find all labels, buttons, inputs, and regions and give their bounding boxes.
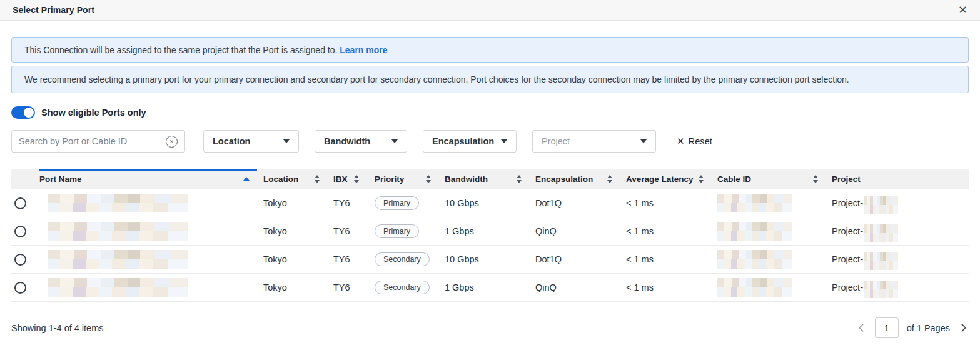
bandwidth-filter-label: Bandwidth: [324, 136, 370, 146]
encapsulation-filter-label: Encapsulation: [432, 136, 494, 146]
project-filter-dropdown[interactable]: Project: [532, 130, 656, 152]
column-header-priority[interactable]: Priority: [375, 169, 445, 189]
location-filter-label: Location: [213, 136, 250, 146]
sort-icon[interactable]: [607, 175, 612, 183]
reset-label: Reset: [689, 136, 712, 146]
page-title: Select Primary Port: [13, 5, 94, 15]
project-prefix: Project-: [832, 198, 863, 208]
cell-ibx: TY6: [333, 226, 375, 236]
clear-search-icon[interactable]: ×: [166, 136, 178, 148]
reset-filters-button[interactable]: ✕ Reset: [677, 136, 712, 147]
search-input[interactable]: [19, 136, 166, 146]
sort-icon[interactable]: [813, 175, 818, 183]
redacted-cable-id: [717, 222, 792, 241]
column-header-average-latency[interactable]: Average Latency: [626, 169, 717, 189]
column-header-location[interactable]: Location: [263, 169, 333, 189]
bandwidth-filter-dropdown[interactable]: Bandwidth: [315, 130, 407, 152]
cell-average-latency: < 1 ms: [626, 198, 717, 208]
redacted-port-name: [48, 250, 188, 269]
cell-bandwidth: 10 Gbps: [445, 254, 535, 264]
filter-divider: [194, 130, 194, 152]
project-prefix: Project-: [832, 282, 863, 292]
header-radio-spacer: [11, 169, 39, 189]
cell-bandwidth: 1 Gbps: [445, 226, 535, 236]
toggle-knob: [24, 108, 34, 118]
row-radio-button[interactable]: [14, 282, 26, 294]
close-icon[interactable]: ✕: [958, 4, 967, 16]
cell-project: Project-: [832, 251, 969, 268]
project-note-banner: This Connection will be assigned to the …: [11, 38, 969, 62]
sort-icon[interactable]: [354, 175, 359, 183]
search-box: ×: [11, 130, 185, 152]
sort-icon[interactable]: [699, 175, 704, 183]
cell-encapsulation: Dot1Q: [535, 198, 626, 208]
sort-icon[interactable]: [426, 175, 431, 183]
column-header-project: Project: [832, 169, 969, 189]
cell-bandwidth: 1 Gbps: [445, 282, 535, 292]
sort-icon[interactable]: [517, 175, 522, 183]
priority-badge: Primary: [375, 224, 419, 238]
cell-ibx: TY6: [333, 198, 375, 208]
learn-more-link[interactable]: Learn more: [340, 45, 387, 55]
dialog-header: Select Primary Port ✕: [0, 0, 980, 21]
chevron-down-icon: [501, 139, 507, 143]
sort-ascending-icon[interactable]: [243, 177, 250, 181]
column-header-bandwidth[interactable]: Bandwidth: [445, 169, 535, 189]
priority-badge: Secondary: [375, 252, 430, 266]
row-radio-button[interactable]: [14, 198, 26, 209]
encapsulation-filter-dropdown[interactable]: Encapsulation: [423, 130, 517, 152]
project-note-text: This Connection will be assigned to the …: [24, 45, 337, 55]
chevron-right-icon[interactable]: [958, 322, 969, 333]
cell-location: Tokyo: [263, 254, 333, 264]
table-row: Tokyo TY6 Primary 10 Gbps Dot1Q < 1 ms P…: [11, 189, 969, 218]
column-header-ibx[interactable]: IBX: [333, 169, 375, 189]
cell-project: Project-: [832, 222, 969, 240]
showing-count: Showing 1-4 of 4 items: [11, 323, 104, 333]
page-number-input[interactable]: [875, 318, 899, 338]
priority-badge: Primary: [375, 196, 419, 210]
location-filter-dropdown[interactable]: Location: [203, 130, 299, 152]
cell-average-latency: < 1 ms: [626, 254, 717, 264]
cell-project: Project-: [832, 194, 969, 212]
cell-ibx: TY6: [333, 254, 375, 264]
sort-icon[interactable]: [315, 175, 320, 183]
row-radio-button[interactable]: [14, 254, 26, 266]
eligible-ports-toggle[interactable]: [11, 106, 35, 119]
redacted-project-id: [864, 224, 898, 242]
toggle-label: Show eligible Ports only: [41, 108, 146, 118]
project-prefix: Project-: [832, 226, 863, 236]
cell-average-latency: < 1 ms: [626, 282, 717, 292]
redacted-project-id: [864, 196, 898, 214]
chevron-down-icon: [640, 139, 647, 143]
reset-x-icon: ✕: [677, 136, 685, 147]
redacted-cable-id: [717, 278, 792, 297]
project-prefix: Project-: [832, 254, 863, 264]
table-row: Tokyo TY6 Secondary 10 Gbps Dot1Q < 1 ms…: [11, 246, 969, 274]
cell-average-latency: < 1 ms: [626, 226, 717, 236]
column-header-encapsulation[interactable]: Encapsulation: [535, 169, 626, 189]
pagination: of 1 Pages: [856, 318, 969, 338]
table-row: Tokyo TY6 Secondary 1 Gbps QinQ < 1 ms P…: [11, 274, 969, 302]
cell-location: Tokyo: [263, 282, 333, 292]
priority-badge: Secondary: [375, 281, 430, 294]
chevron-left-icon[interactable]: [856, 322, 867, 333]
redacted-port-name: [48, 278, 188, 297]
redacted-cable-id: [717, 194, 792, 212]
row-radio-button[interactable]: [14, 226, 26, 238]
cell-encapsulation: Dot1Q: [535, 254, 626, 264]
recommendation-text: We recommend selecting a primary port fo…: [24, 74, 849, 84]
cell-bandwidth: 10 Gbps: [445, 198, 535, 208]
eligible-ports-toggle-row: Show eligible Ports only: [11, 106, 969, 119]
redacted-project-id: [864, 281, 898, 298]
table-header-row: Port Name Location IBX Priority Bandwidt…: [11, 169, 969, 189]
column-header-port-name[interactable]: Port Name: [39, 169, 263, 189]
column-header-cable-id[interactable]: Cable ID: [717, 169, 832, 189]
chevron-down-icon: [391, 139, 398, 143]
table-footer: Showing 1-4 of 4 items of 1 Pages: [11, 318, 969, 338]
cell-location: Tokyo: [263, 226, 333, 236]
cell-encapsulation: QinQ: [535, 282, 626, 292]
redacted-port-name: [48, 194, 188, 212]
ports-table: Port Name Location IBX Priority Bandwidt…: [11, 169, 969, 302]
redacted-cable-id: [717, 250, 792, 269]
redacted-port-name: [48, 222, 188, 241]
